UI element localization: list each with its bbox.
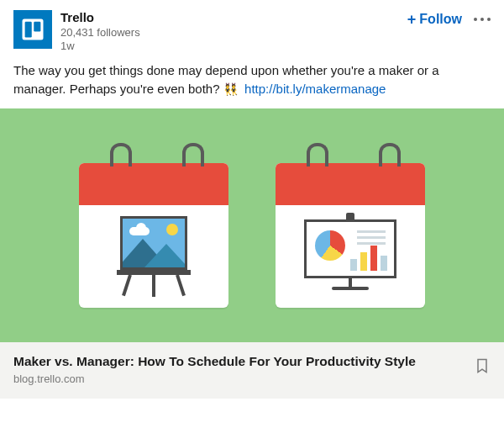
post-body-text: The way you get things done may depend u… — [0, 58, 504, 108]
company-avatar[interactable] — [13, 10, 52, 49]
link-preview-title: Maker vs. Manager: How To Schedule For Y… — [13, 354, 464, 369]
post-author-block: Trello 20,431 followers 1w — [60, 10, 407, 53]
svg-rect-2 — [34, 22, 40, 32]
bookmark-button[interactable] — [474, 356, 491, 376]
post-link[interactable]: http://bit.ly/makermanage — [244, 82, 386, 96]
svg-rect-1 — [25, 22, 32, 38]
company-name[interactable]: Trello — [60, 10, 407, 26]
more-options-button[interactable] — [474, 14, 491, 24]
easel-icon — [113, 216, 194, 297]
post-image[interactable] — [0, 108, 504, 342]
link-preview-source: blog.trello.com — [13, 373, 464, 385]
header-actions: + Follow — [407, 12, 491, 27]
post-timestamp: 1w — [60, 40, 407, 53]
calendar-manager-illustration — [276, 143, 425, 308]
calendar-maker-illustration — [79, 143, 228, 308]
follow-label: Follow — [419, 12, 462, 27]
follower-count: 20,431 followers — [60, 26, 407, 40]
post-card: Trello 20,431 followers 1w + Follow The … — [0, 0, 504, 399]
plus-icon: + — [407, 12, 417, 27]
link-preview[interactable]: Maker vs. Manager: How To Schedule For Y… — [0, 342, 504, 399]
follow-button[interactable]: + Follow — [407, 12, 462, 27]
post-header: Trello 20,431 followers 1w + Follow — [0, 0, 504, 58]
bookmark-icon — [474, 356, 491, 376]
presentation-board-icon — [304, 216, 396, 297]
emoji-dancers: 👯 — [223, 82, 238, 96]
trello-logo-icon — [20, 17, 45, 42]
